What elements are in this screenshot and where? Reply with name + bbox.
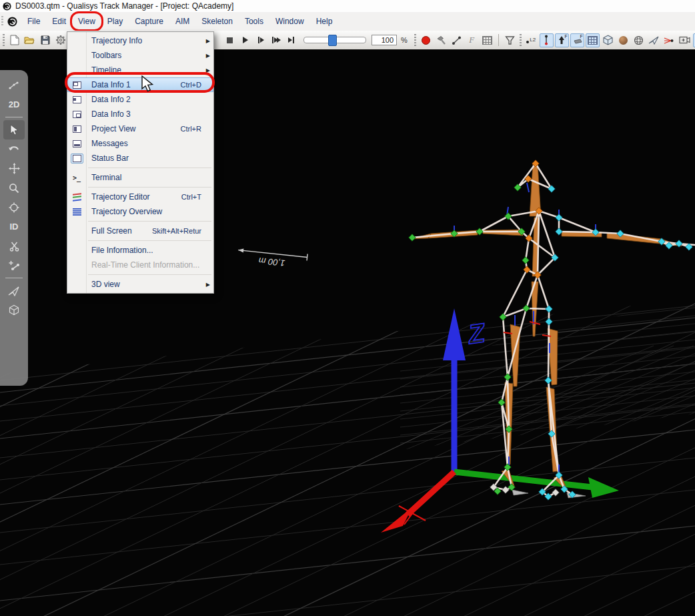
menu-separator: [67, 238, 213, 243]
scale-indicator: 1,00 m: [237, 247, 307, 271]
marker-label-size-button[interactable]: L2: [524, 33, 538, 47]
playback-speed-value[interactable]: 100: [372, 35, 397, 45]
marker-trace-icon: [542, 35, 550, 45]
add-link-button[interactable]: [3, 256, 25, 275]
marker-rays-button[interactable]: [662, 33, 676, 47]
2d-label: 2D: [9, 99, 20, 109]
play-button[interactable]: [238, 33, 252, 47]
menu-item-trajectory-editor[interactable]: Trajectory Editor Ctrl+T: [67, 190, 213, 204]
up-axis-toggle[interactable]: F: [555, 33, 569, 47]
menubar-item-help[interactable]: Help: [310, 14, 339, 29]
menu-item-messages[interactable]: Messages: [67, 136, 213, 151]
toolbar-grip-2[interactable]: [414, 34, 416, 46]
menubar-item-aim[interactable]: AIM: [169, 14, 195, 29]
menubar-item-tools[interactable]: Tools: [239, 14, 269, 29]
menu-item-shortcut: Ctrl+D: [181, 81, 213, 89]
covered-volume-button[interactable]: [616, 33, 630, 47]
move-arrows-icon: [9, 163, 20, 174]
bar-icon: [258, 37, 259, 43]
grid-toggle[interactable]: [586, 33, 600, 47]
menubar-item-file[interactable]: File: [21, 14, 46, 29]
stop-button[interactable]: [223, 33, 237, 47]
menubar-item-view[interactable]: View: [72, 14, 101, 29]
playback-speed-slider[interactable]: [303, 37, 366, 43]
menubar-item-play[interactable]: Play: [101, 14, 129, 29]
menu-item-project-view[interactable]: Project View Ctrl+R: [67, 121, 213, 136]
camera-rays-button[interactable]: [647, 33, 661, 47]
fast-forward-button[interactable]: [269, 33, 283, 47]
force-label: F: [469, 35, 474, 45]
menubar-item-edit[interactable]: Edit: [46, 14, 72, 29]
slider-handle[interactable]: [328, 35, 337, 46]
save-file-button[interactable]: [38, 33, 52, 47]
trajectory-tool-button[interactable]: [450, 33, 464, 47]
data-info-1-icon: [73, 81, 81, 89]
menubar-item-skeleton[interactable]: Skeleton: [195, 14, 239, 29]
toolbar-grip[interactable]: [3, 34, 5, 46]
data-info-2-icon: [73, 96, 81, 103]
cut-trajectory-button[interactable]: [3, 236, 25, 256]
menu-item-label: Trajectory Overview: [86, 207, 213, 216]
new-file-icon: [10, 35, 19, 45]
calibrated-volume-button[interactable]: [632, 33, 646, 47]
messages-icon: [73, 140, 81, 147]
trajectory-editor-icon: [73, 194, 81, 201]
play-from-frame-button[interactable]: [253, 33, 267, 47]
z-axis-label: Z: [466, 318, 488, 349]
toolbar-grip-3[interactable]: [520, 34, 522, 46]
menu-item-data-info-2[interactable]: Data Info 2: [67, 92, 213, 107]
gear-icon: [55, 35, 66, 45]
select-tool-button[interactable]: [3, 120, 25, 139]
menu-item-full-screen[interactable]: Full Screen Skift+Alt+Retur: [67, 224, 213, 238]
menubar-item-capture[interactable]: Capture: [129, 14, 169, 29]
trajectory-link-icon: [452, 35, 462, 45]
filter-button[interactable]: [503, 33, 517, 47]
send-view-button[interactable]: [3, 281, 25, 300]
record-button[interactable]: [419, 33, 433, 47]
menu-item-data-info-1[interactable]: Data Info 1 Ctrl+D: [67, 77, 213, 92]
project-options-button[interactable]: [53, 33, 67, 47]
menu-item-shortcut: Ctrl+R: [181, 125, 213, 133]
menu-item-timeline[interactable]: Timeline ▶: [67, 63, 213, 77]
menu-item-toolbars[interactable]: Toolbars ▶: [67, 48, 213, 63]
open-file-button[interactable]: [23, 33, 37, 47]
grid-lines-receding: [0, 301, 695, 616]
menu-item-terminal[interactable]: >_ Terminal: [67, 170, 213, 185]
floor-grid: [0, 301, 695, 616]
menu-separator: [67, 219, 213, 224]
zoom-tool-button[interactable]: [3, 178, 25, 198]
pointer-plane-icon: [648, 35, 660, 45]
marker-traces-toggle[interactable]: [540, 33, 554, 47]
mini-trajectory-tool[interactable]: [3, 75, 25, 95]
cube-view-button[interactable]: [3, 300, 25, 320]
center-tool-button[interactable]: [3, 198, 25, 217]
menu-separator: [67, 166, 213, 170]
identify-tool-button[interactable]: ID: [3, 217, 25, 236]
camera-view-button[interactable]: [678, 33, 692, 47]
menu-item-file-information[interactable]: File Information...: [67, 243, 213, 258]
menubar-grip[interactable]: [1, 16, 3, 27]
menu-item-trajectory-info[interactable]: Trajectory Info ▶: [67, 33, 213, 48]
project-view-icon: [73, 125, 81, 133]
menu-item-label: Terminal: [86, 173, 213, 182]
menubar-item-window[interactable]: Window: [269, 14, 310, 29]
menu-item-trajectory-overview[interactable]: Trajectory Overview: [67, 204, 213, 219]
data-grid-button[interactable]: [480, 33, 494, 47]
floor-plane-toggle[interactable]: F: [570, 33, 584, 47]
go-to-last-frame-button[interactable]: [284, 33, 298, 47]
bounding-box-button[interactable]: [601, 33, 615, 47]
aim-tool-button[interactable]: [434, 33, 448, 47]
new-file-button[interactable]: [7, 33, 21, 47]
scissors-icon: [9, 241, 19, 252]
menu-item-label: Full Screen: [86, 226, 152, 236]
red-trace-icon: [664, 35, 674, 45]
menu-item-3d-view[interactable]: 3D view ▶: [67, 277, 213, 292]
menu-item-status-bar[interactable]: Status Bar: [67, 151, 213, 166]
pan-tool-button[interactable]: [3, 159, 25, 178]
menu-item-data-info-3[interactable]: Data Info 3: [67, 107, 213, 121]
undo-tool-button[interactable]: [3, 139, 25, 159]
record-icon: [422, 36, 430, 45]
scale-label: 1,00 m: [258, 256, 285, 268]
view-2d-button[interactable]: 2D: [3, 95, 25, 114]
force-tool-button[interactable]: F: [465, 33, 479, 47]
